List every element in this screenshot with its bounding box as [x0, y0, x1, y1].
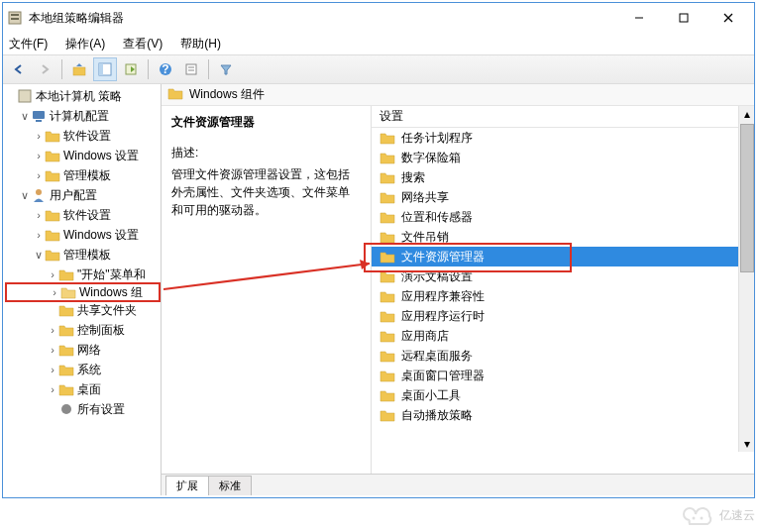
folder-icon [380, 249, 395, 265]
list-item[interactable]: 演示文稿设置 [372, 266, 754, 286]
tree-label: 桌面 [77, 381, 101, 398]
properties-button[interactable] [179, 57, 203, 81]
help-button[interactable]: ? [154, 57, 177, 81]
folder-icon [380, 348, 395, 364]
svg-point-19 [36, 189, 42, 195]
tree-cc-software[interactable]: ›软件设置 [5, 126, 161, 146]
show-tree-button[interactable] [93, 57, 117, 81]
window-controls [616, 4, 750, 32]
expand-icon[interactable]: › [33, 169, 45, 181]
menu-help[interactable]: 帮助(H) [178, 36, 223, 53]
list-item[interactable]: 文件吊销 [372, 227, 754, 247]
expand-icon[interactable]: › [47, 268, 58, 280]
folder-icon [380, 387, 395, 403]
filter-button[interactable] [214, 57, 238, 81]
expand-icon[interactable]: › [47, 383, 58, 395]
window-title: 本地组策略编辑器 [29, 10, 616, 27]
toolbar-separator [61, 59, 62, 79]
folder-icon [45, 148, 60, 163]
vertical-scrollbar[interactable]: ▴ ▾ [738, 106, 754, 452]
svg-rect-17 [33, 111, 45, 119]
tree-uc-shared[interactable]: 共享文件夹 [5, 300, 161, 320]
tree-uc-software[interactable]: ›软件设置 [5, 205, 161, 225]
list-item[interactable]: 远程桌面服务 [372, 346, 754, 366]
list-item[interactable]: 桌面小工具 [372, 385, 754, 405]
expand-icon[interactable]: › [33, 130, 45, 142]
list-item-label: 远程桌面服务 [401, 348, 473, 365]
collapse-icon[interactable]: ∨ [33, 249, 45, 262]
maximize-button[interactable] [661, 4, 706, 32]
column-setting[interactable]: 设置 [380, 108, 403, 125]
list-item-label: 文件吊销 [401, 229, 449, 246]
list-item[interactable]: 数字保险箱 [372, 148, 754, 167]
tree-user-config[interactable]: ∨ 用户配置 [5, 185, 161, 205]
up-button[interactable] [67, 57, 91, 81]
tree-uc-network[interactable]: ›网络 [5, 340, 161, 360]
svg-point-24 [693, 517, 696, 520]
tree-uc-windows[interactable]: ›Windows 设置 [5, 225, 161, 245]
expand-icon[interactable]: › [47, 324, 58, 336]
list-item-label: 文件资源管理器 [401, 249, 485, 266]
menu-file[interactable]: 文件(F) [7, 36, 50, 53]
tree-uc-system[interactable]: ›系统 [5, 360, 161, 379]
back-button[interactable] [7, 57, 31, 81]
tree-panel: 本地计算机 策略 ∨ 计算机配置 ›软件设置 ›Windows 设置 ›管理模板… [3, 84, 162, 495]
tree-label: 网络 [77, 342, 101, 359]
close-button[interactable] [706, 4, 750, 32]
scroll-thumb[interactable] [740, 124, 754, 272]
list-item[interactable]: 任务计划程序 [372, 128, 754, 148]
tree-cc-admin[interactable]: ›管理模板 [5, 165, 161, 185]
svg-point-21 [64, 407, 68, 411]
list-item[interactable]: 应用商店 [372, 326, 754, 346]
collapse-icon[interactable]: ∨ [19, 189, 31, 202]
tree-uc-windows-components[interactable]: ›Windows 组 [5, 282, 161, 302]
folder-icon [45, 247, 60, 263]
menu-view[interactable]: 查看(V) [121, 36, 164, 53]
tree-computer-config[interactable]: ∨ 计算机配置 [5, 106, 161, 126]
list-item-label: 应用程序兼容性 [401, 288, 485, 305]
scroll-down-icon[interactable]: ▾ [739, 436, 754, 452]
tree-cc-windows[interactable]: ›Windows 设置 [5, 146, 161, 165]
tree-uc-start[interactable]: ›"开始"菜单和 [5, 265, 161, 284]
svg-rect-16 [19, 90, 31, 102]
tree-uc-all-settings[interactable]: 所有设置 [5, 399, 161, 419]
scroll-up-icon[interactable]: ▴ [739, 106, 754, 122]
tab-extended[interactable]: 扩展 [165, 476, 209, 495]
tree-label: Windows 设置 [63, 148, 139, 164]
forward-button[interactable] [33, 57, 56, 81]
tree-root[interactable]: 本地计算机 策略 [5, 86, 161, 106]
expand-icon[interactable]: › [47, 364, 58, 375]
list-item[interactable]: 桌面窗口管理器 [372, 366, 754, 385]
tab-standard[interactable]: 标准 [208, 476, 252, 495]
folder-icon [58, 381, 74, 397]
detail-title: 文件资源管理器 [171, 114, 361, 131]
expand-icon[interactable]: › [33, 150, 45, 161]
expand-icon[interactable]: › [33, 209, 45, 221]
tree-uc-admin[interactable]: ∨管理模板 [5, 245, 161, 265]
list-item[interactable]: 搜索 [372, 167, 754, 187]
list-item[interactable]: 网络共享 [372, 187, 754, 207]
list-item[interactable]: 应用程序兼容性 [372, 286, 754, 306]
svg-rect-2 [11, 18, 19, 20]
expand-icon[interactable]: › [33, 229, 45, 241]
expand-icon[interactable]: › [47, 344, 58, 356]
minimize-button[interactable] [616, 4, 661, 32]
list-item[interactable]: 位置和传感器 [372, 207, 754, 227]
tree-label: Windows 设置 [63, 227, 139, 244]
tree-uc-control[interactable]: ›控制面板 [5, 320, 161, 340]
list-item[interactable]: 自动播放策略 [372, 405, 754, 425]
folder-icon [380, 308, 395, 324]
tree-label: "开始"菜单和 [77, 266, 146, 283]
user-icon [31, 187, 47, 203]
list-item-label: 数字保险箱 [401, 150, 461, 166]
collapse-icon[interactable]: ∨ [19, 110, 31, 123]
list-item[interactable]: 应用程序运行时 [372, 306, 754, 326]
detail-desc: 管理文件资源管理器设置，这包括外壳属性、文件夹选项、文件菜单和可用的驱动器。 [171, 165, 361, 219]
export-button[interactable] [119, 57, 143, 81]
folder-icon [45, 167, 60, 183]
list-item[interactable]: 文件资源管理器 [372, 247, 754, 266]
expand-icon[interactable]: › [49, 286, 60, 298]
tree-uc-desktop[interactable]: ›桌面 [5, 379, 161, 399]
menu-action[interactable]: 操作(A) [63, 36, 107, 53]
list-item-label: 位置和传感器 [401, 209, 473, 226]
